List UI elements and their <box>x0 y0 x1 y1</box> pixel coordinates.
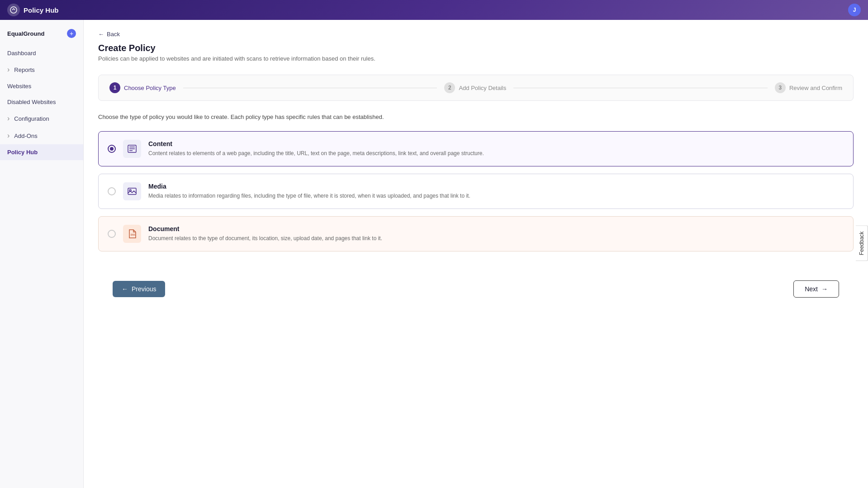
sidebar-label-configuration: Configuration <box>14 115 49 122</box>
media-icon <box>123 182 141 200</box>
sidebar: EqualGround + Dashboard Reports Websites… <box>0 20 84 488</box>
document-option-title: Document <box>148 225 844 232</box>
svg-point-0 <box>10 7 17 13</box>
sidebar-item-disabled-websites[interactable]: Disabled Websites <box>0 94 83 110</box>
step-3: 3 Review and Confirm <box>775 82 842 93</box>
policy-option-media[interactable]: Media Media relates to information regar… <box>98 174 854 209</box>
user-initial: J <box>853 7 856 13</box>
sidebar-item-dashboard[interactable]: Dashboard <box>0 45 83 61</box>
sidebar-label-addons: Add-Ons <box>14 133 37 139</box>
next-button[interactable]: Next → <box>793 280 839 298</box>
media-option-text: Media Media relates to information regar… <box>148 183 844 200</box>
bottom-navigation: ← Previous Next → <box>98 270 854 308</box>
sidebar-item-addons[interactable]: Add-Ons <box>0 127 83 144</box>
feedback-button[interactable]: Feedback <box>856 225 868 261</box>
step-2: 2 Add Policy Details <box>444 82 506 93</box>
sidebar-item-policy-hub[interactable]: Policy Hub <box>0 144 83 160</box>
content-option-title: Content <box>148 140 844 147</box>
back-arrow-icon: ← <box>98 31 104 38</box>
step-divider-2 <box>513 88 768 88</box>
sidebar-item-configuration[interactable]: Configuration <box>0 110 83 127</box>
org-name: EqualGround <box>7 30 44 37</box>
app-layout: EqualGround + Dashboard Reports Websites… <box>0 20 868 488</box>
next-arrow-icon: → <box>821 285 828 293</box>
back-link[interactable]: ← Back <box>98 31 854 38</box>
feedback-label: Feedback <box>859 231 865 255</box>
step-2-number: 2 <box>444 82 455 93</box>
radio-document[interactable] <box>108 230 116 238</box>
section-description: Choose the type of policy you would like… <box>98 114 854 120</box>
svg-text:DOC: DOC <box>131 233 136 236</box>
sidebar-label-reports: Reports <box>14 66 35 73</box>
media-option-title: Media <box>148 183 844 190</box>
sidebar-item-reports[interactable]: Reports <box>0 61 83 78</box>
sidebar-label-policy-hub: Policy Hub <box>7 149 38 156</box>
media-option-desc: Media relates to information regarding f… <box>148 192 844 200</box>
previous-label: Previous <box>132 285 156 293</box>
step-3-number: 3 <box>775 82 786 93</box>
radio-content[interactable] <box>108 145 116 153</box>
policy-options: Content Content relates to elements of a… <box>98 131 854 251</box>
page-title: Create Policy <box>98 43 854 53</box>
main-content: ← Back Create Policy Policies can be app… <box>84 20 868 488</box>
app-logo[interactable]: Policy Hub <box>7 4 59 16</box>
step-3-label: Review and Confirm <box>789 85 842 91</box>
sidebar-label-disabled-websites: Disabled Websites <box>7 99 56 105</box>
content-option-desc: Content relates to elements of a web pag… <box>148 149 844 157</box>
step-1-number: 1 <box>109 82 120 93</box>
document-icon: DOC <box>123 225 141 243</box>
user-avatar[interactable]: J <box>848 4 861 16</box>
previous-button[interactable]: ← Previous <box>113 281 165 297</box>
step-divider-1 <box>183 88 437 88</box>
svg-rect-5 <box>128 188 136 194</box>
logo-icon <box>7 4 20 16</box>
previous-arrow-icon: ← <box>122 285 128 293</box>
step-1: 1 Choose Policy Type <box>109 82 176 93</box>
step-1-label: Choose Policy Type <box>124 85 176 91</box>
page-subtitle: Policies can be applied to websites and … <box>98 55 854 62</box>
org-header: EqualGround + <box>0 25 83 45</box>
document-option-desc: Document relates to the type of document… <box>148 234 844 242</box>
feedback-wrapper: Feedback <box>856 225 868 263</box>
step-2-label: Add Policy Details <box>459 85 506 91</box>
radio-dot-content <box>110 147 114 151</box>
back-label: Back <box>107 31 120 38</box>
stepper: 1 Choose Policy Type 2 Add Policy Detail… <box>98 75 854 101</box>
document-option-text: Document Document relates to the type of… <box>148 225 844 242</box>
app-name: Policy Hub <box>24 6 59 14</box>
add-org-button[interactable]: + <box>67 29 76 38</box>
content-option-text: Content Content relates to elements of a… <box>148 140 844 157</box>
next-label: Next <box>805 285 818 293</box>
top-navigation: Policy Hub J <box>0 0 868 20</box>
sidebar-item-websites[interactable]: Websites <box>0 78 83 94</box>
radio-media[interactable] <box>108 187 116 195</box>
content-icon <box>123 140 141 158</box>
policy-option-content[interactable]: Content Content relates to elements of a… <box>98 131 854 166</box>
sidebar-label-dashboard: Dashboard <box>7 50 36 57</box>
sidebar-label-websites: Websites <box>7 83 31 90</box>
policy-option-document[interactable]: DOC Document Document relates to the typ… <box>98 216 854 251</box>
